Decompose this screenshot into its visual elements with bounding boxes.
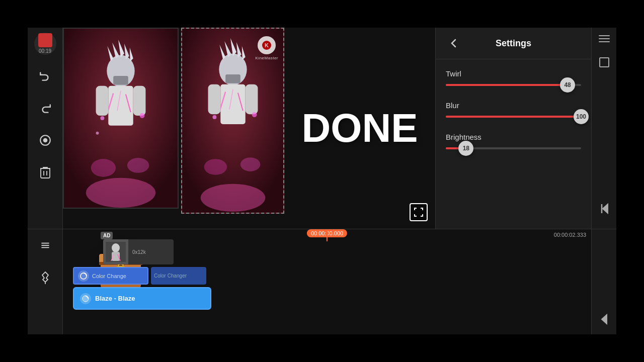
undo-button[interactable] (34, 65, 56, 87)
blur-fill (446, 116, 581, 118)
record-icon (38, 33, 52, 47)
square-button[interactable] (599, 57, 609, 67)
time-indicator[interactable]: 00:00:00.000 (307, 229, 347, 237)
timer-display: 00:19 (39, 48, 51, 54)
track-color-change-2[interactable]: Color Changer (151, 267, 206, 285)
preview-left (63, 28, 179, 209)
kinemaster-text: KineMaster (256, 56, 278, 60)
settings-panel: Settings Twirl 48 (435, 28, 591, 229)
track-video[interactable]: 0x12k (103, 239, 174, 264)
timeline-left-tools (28, 229, 63, 334)
svg-point-25 (96, 132, 99, 135)
timeline-right-edge (591, 229, 616, 334)
svg-rect-19 (133, 86, 146, 116)
twirl-track: 48 (446, 84, 581, 86)
kinemaster-watermark: K KineMaster (256, 36, 278, 60)
svg-point-44 (252, 112, 257, 117)
twirl-fill (446, 84, 568, 86)
color-change-label: Color Change (92, 273, 126, 279)
blur-group: Blur 100 (446, 101, 581, 118)
settings-title: Settings (462, 38, 565, 49)
brightness-label: Brightness (446, 133, 581, 141)
timeline-back-button[interactable] (599, 314, 610, 327)
bottom-timeline: AD (28, 229, 616, 334)
twirl-label: Twirl (446, 69, 581, 78)
svg-rect-2 (41, 168, 50, 178)
color-change-2-label: Color Changer (154, 273, 187, 279)
blur-label: Blur (446, 101, 581, 110)
svg-text:K: K (265, 42, 269, 48)
svg-point-24 (140, 113, 145, 118)
svg-point-22 (127, 158, 149, 173)
brightness-group: Brightness 18 (446, 133, 581, 149)
redo-button[interactable] (34, 97, 56, 119)
svg-rect-39 (246, 84, 258, 114)
svg-rect-38 (208, 84, 221, 114)
menu-icon[interactable] (599, 35, 610, 42)
twirl-slider[interactable]: 48 (446, 84, 581, 86)
track-blaze[interactable]: Blaze - Blaze (73, 287, 211, 310)
svg-rect-13 (113, 76, 128, 85)
brightness-track: 18 (446, 147, 581, 149)
blaze-icon (80, 293, 91, 304)
svg-rect-33 (225, 74, 240, 83)
track-video-thumb (103, 239, 128, 264)
fullscreen-button[interactable] (410, 203, 428, 221)
svg-point-1 (43, 138, 47, 143)
svg-point-43 (212, 115, 216, 119)
settings-content: Twirl 48 Blur (436, 59, 591, 159)
playback-back-button[interactable] (599, 203, 610, 221)
svg-point-21 (91, 159, 116, 177)
svg-point-68 (112, 243, 120, 252)
svg-point-40 (201, 184, 266, 212)
svg-point-41 (204, 159, 227, 175)
done-text: DONE (301, 105, 418, 151)
svg-point-73 (83, 296, 89, 302)
preview-right: K KineMaster (181, 28, 284, 214)
left-toolbar: 00:19 (28, 28, 63, 229)
svg-rect-18 (96, 86, 109, 116)
svg-point-23 (100, 116, 104, 120)
blaze-label: Blaze - Blaze (95, 295, 135, 302)
record-button[interactable]: 00:19 (34, 33, 56, 55)
timeline-main: AD (63, 229, 591, 334)
twirl-thumb[interactable]: 48 (560, 77, 575, 93)
menu-line-2 (599, 38, 610, 39)
blur-thumb[interactable]: 100 (574, 109, 589, 124)
svg-marker-47 (603, 204, 608, 213)
right-edge (591, 28, 616, 229)
brightness-slider[interactable]: 18 (446, 147, 581, 149)
track-color-change[interactable]: Color Change (73, 267, 148, 285)
brightness-thumb[interactable]: 18 (458, 141, 473, 156)
track-video-label: 0x12k (128, 247, 150, 257)
svg-point-20 (86, 178, 155, 208)
twirl-group: Twirl 48 (446, 69, 581, 86)
back-button[interactable] (446, 35, 462, 51)
menu-line-3 (599, 41, 610, 42)
svg-point-42 (240, 157, 261, 171)
keyframe-button[interactable] (34, 129, 56, 151)
preview-area: K KineMaster DONE (63, 28, 616, 229)
svg-marker-74 (602, 315, 607, 324)
pin-button[interactable] (34, 266, 56, 289)
blur-track: 100 (446, 116, 581, 118)
layers-button[interactable] (34, 234, 56, 256)
blur-slider[interactable]: 100 (446, 116, 581, 118)
km-logo: K (258, 36, 276, 54)
time-end: 00:00:02.333 (554, 232, 586, 238)
delete-button[interactable] (34, 161, 56, 184)
settings-header: Settings (436, 28, 591, 59)
color-change-icon (78, 270, 89, 282)
menu-line-1 (599, 35, 610, 36)
